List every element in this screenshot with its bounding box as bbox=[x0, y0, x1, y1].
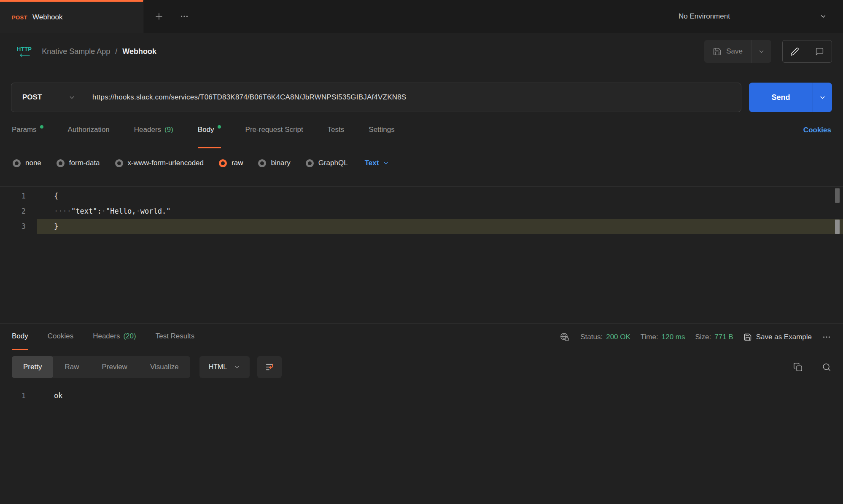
tab-label: Pre-request Script bbox=[245, 126, 303, 134]
mode-label: raw bbox=[232, 159, 243, 167]
response-tab-cookies[interactable]: Cookies bbox=[48, 324, 73, 350]
response-tab-test-results[interactable]: Test Results bbox=[156, 324, 195, 350]
environment-selector[interactable]: No Environment bbox=[659, 0, 843, 33]
documentation-comments-group bbox=[782, 40, 832, 63]
body-populated-dot bbox=[218, 125, 221, 129]
send-button[interactable]: Send bbox=[749, 83, 813, 112]
plus-icon bbox=[154, 11, 164, 21]
cookies-link[interactable]: Cookies bbox=[803, 112, 831, 148]
save-as-example-label: Save as Example bbox=[756, 333, 812, 341]
response-options-button[interactable] bbox=[822, 332, 831, 342]
environment-value: No Environment bbox=[679, 12, 730, 21]
mode-label: binary bbox=[271, 159, 290, 167]
body-mode-raw[interactable]: raw bbox=[219, 159, 243, 167]
body-mode-binary[interactable]: binary bbox=[258, 159, 290, 167]
tab-label: Settings bbox=[369, 126, 394, 134]
response-text: ok bbox=[37, 388, 62, 403]
tab-params[interactable]: Params bbox=[12, 112, 43, 148]
chevron-down-icon bbox=[819, 94, 826, 101]
response-format-selector[interactable]: HTML bbox=[199, 356, 250, 378]
request-tabs: Params Authorization Headers (9) Body Pr… bbox=[0, 112, 843, 148]
body-mode-form-data[interactable]: form-data bbox=[57, 159, 100, 167]
response-body-viewer[interactable]: 1 ok bbox=[0, 384, 843, 403]
response-headers-count: (20) bbox=[123, 332, 136, 340]
radio-selected-icon bbox=[219, 159, 227, 167]
request-name[interactable]: Webhook bbox=[122, 47, 156, 56]
response-view-controls: Pretty Raw Preview Visualize HTML bbox=[0, 350, 843, 384]
tab-label: Body bbox=[198, 126, 214, 134]
view-visualize[interactable]: Visualize bbox=[139, 356, 190, 378]
save-button[interactable]: Save bbox=[704, 40, 751, 63]
more-options-icon bbox=[822, 332, 831, 342]
copy-response-button[interactable] bbox=[793, 362, 803, 372]
response-meta: Status: 200 OK Time: 120 ms Size: 771 B … bbox=[560, 324, 831, 350]
response-tab-headers[interactable]: Headers (20) bbox=[93, 324, 136, 350]
code-text: ····"text":·"Hello,·world." bbox=[37, 204, 170, 219]
view-pretty[interactable]: Pretty bbox=[12, 356, 53, 378]
raw-language-value: Text bbox=[365, 159, 379, 167]
postman-app-window: POST Webhook No Environment HTTP Knative… bbox=[0, 0, 843, 504]
code-text: { bbox=[37, 188, 58, 204]
request-header-actions: Save bbox=[704, 40, 832, 63]
size-value: 771 B bbox=[714, 333, 733, 341]
wrap-lines-button[interactable] bbox=[257, 356, 282, 378]
tab-label: Headers bbox=[134, 126, 161, 134]
new-tab-button[interactable] bbox=[149, 0, 169, 33]
request-header: HTTP Knative Sample App / Webhook Save bbox=[0, 33, 843, 70]
chevron-down-icon bbox=[758, 48, 765, 55]
tab-settings[interactable]: Settings bbox=[369, 112, 394, 148]
save-as-example-button[interactable]: Save as Example bbox=[743, 333, 812, 341]
body-mode-x-www-form-urlencoded[interactable]: x-www-form-urlencoded bbox=[115, 159, 204, 167]
radio-icon bbox=[306, 159, 314, 167]
send-options-button[interactable] bbox=[813, 83, 832, 112]
code-text: } bbox=[37, 219, 58, 234]
comments-button[interactable] bbox=[807, 40, 832, 62]
edit-documentation-button[interactable] bbox=[783, 40, 807, 62]
code-line-current: 3 } bbox=[0, 219, 843, 234]
body-mode-graphql[interactable]: GraphQL bbox=[306, 159, 348, 167]
http-request-type-icon: HTTP bbox=[17, 46, 32, 57]
url-input[interactable]: https://hooks.slack.com/services/T06TD83… bbox=[92, 93, 406, 102]
code-line: 1 { bbox=[0, 188, 843, 204]
line-number: 1 bbox=[0, 388, 37, 403]
scrollbar-marker[interactable] bbox=[835, 220, 840, 234]
view-raw[interactable]: Raw bbox=[53, 356, 90, 378]
search-icon bbox=[822, 362, 831, 372]
request-body-editor[interactable]: 1 { 2 ····"text":·"Hello,·world." 3 } bbox=[0, 186, 843, 323]
radio-icon bbox=[13, 159, 21, 167]
tab-tests[interactable]: Tests bbox=[328, 112, 345, 148]
params-populated-dot bbox=[40, 125, 43, 129]
save-button-label: Save bbox=[726, 47, 743, 56]
tab-label: Cookies bbox=[48, 332, 73, 340]
response-time: Time: 120 ms bbox=[641, 333, 685, 341]
save-options-button[interactable] bbox=[751, 40, 771, 63]
chevron-down-icon bbox=[382, 160, 389, 166]
url-box: POST https://hooks.slack.com/services/T0… bbox=[11, 83, 741, 112]
http-badge-label: HTTP bbox=[17, 46, 32, 52]
tab-authorization[interactable]: Authorization bbox=[68, 112, 110, 148]
breadcrumb-separator: / bbox=[115, 47, 117, 56]
view-preview[interactable]: Preview bbox=[90, 356, 138, 378]
method-selector[interactable]: POST bbox=[11, 83, 86, 112]
response-tab-body[interactable]: Body bbox=[12, 324, 28, 350]
status-value: 200 OK bbox=[606, 333, 630, 341]
tab-label: Tests bbox=[328, 126, 345, 134]
breadcrumb: Knative Sample App / Webhook bbox=[42, 47, 156, 56]
body-mode-none[interactable]: none bbox=[13, 159, 41, 167]
scrollbar-marker[interactable] bbox=[835, 188, 840, 203]
tab-options-button[interactable] bbox=[175, 0, 194, 33]
response-status: Status: 200 OK bbox=[580, 333, 630, 341]
chevron-down-icon bbox=[68, 94, 75, 101]
wrap-text-icon bbox=[265, 362, 274, 372]
raw-language-selector[interactable]: Text bbox=[365, 159, 390, 167]
request-tab-active[interactable]: POST Webhook bbox=[0, 0, 143, 33]
search-response-button[interactable] bbox=[822, 362, 831, 372]
code-line: 2 ····"text":·"Hello,·world." bbox=[0, 204, 843, 219]
collection-name-link[interactable]: Knative Sample App bbox=[42, 47, 110, 56]
tab-pre-request-script[interactable]: Pre-request Script bbox=[245, 112, 303, 148]
chevron-down-icon bbox=[234, 364, 240, 370]
body-mode-selector: none form-data x-www-form-urlencoded raw… bbox=[0, 148, 843, 178]
tab-headers[interactable]: Headers (9) bbox=[134, 112, 173, 148]
network-status-icon[interactable] bbox=[560, 332, 569, 342]
tab-body[interactable]: Body bbox=[198, 112, 221, 148]
